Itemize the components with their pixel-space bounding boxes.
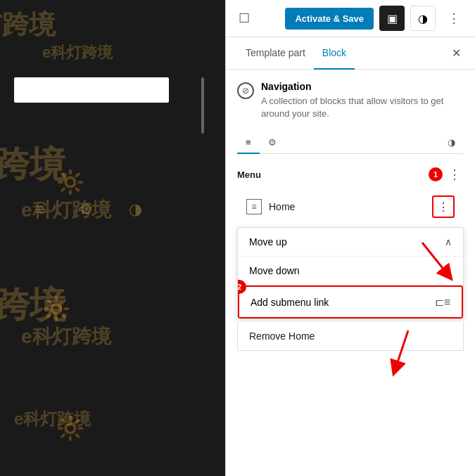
right-panel: ☐ Activate & Save ▣ ◑ ⋮ Template part Bl…: [225, 0, 475, 476]
add-submenu-icon: ⊏≡: [435, 295, 450, 309]
sub-tab-contrast[interactable]: ◑: [439, 131, 464, 153]
home-three-dots-button[interactable]: ⋮: [432, 195, 455, 218]
gear-icon: ⚙: [80, 200, 94, 219]
tab-close-button[interactable]: ✕: [449, 44, 464, 63]
home-doc-icon: ≡: [246, 199, 262, 214]
remove-home-label: Remove Home: [249, 330, 315, 342]
move-up-item[interactable]: Move up ∧: [238, 228, 463, 257]
home-label: Home: [269, 201, 295, 212]
watermark-6: e科灯跨境: [21, 323, 111, 350]
list-icon: ≡: [246, 137, 251, 148]
toolbar-dots-button[interactable]: ⋮: [441, 6, 467, 31]
move-down-label: Move down: [249, 265, 300, 276]
menu-section: Menu 1 ⋮ ≡ Home ⋮ Move up: [237, 165, 464, 351]
left-panel: T跨境 e科灯跨境 跨境 e科灯跨境 跨境 e科灯跨境 e科灯跨境 🔆 🔆 🔆 …: [0, 0, 225, 476]
watermark-logo-1: 🔆: [56, 169, 84, 195]
activate-save-button[interactable]: Activate & Save: [285, 8, 374, 30]
add-submenu-item[interactable]: Add submenu link ⊏≡ 2: [238, 285, 463, 319]
monitor-icon: ☐: [234, 8, 254, 28]
navigation-title: Navigation: [261, 81, 464, 92]
watermark-logo-3: 🔆: [56, 415, 84, 442]
sub-tab-list[interactable]: ≡: [237, 131, 260, 153]
toolbar: ☐ Activate & Save ▣ ◑ ⋮: [226, 0, 475, 37]
sub-tab-gear[interactable]: ⚙: [260, 131, 285, 153]
contrast-icon-btn: ◑: [418, 12, 428, 25]
scroll-bar: [201, 77, 204, 134]
tab-template-part[interactable]: Template part: [237, 37, 314, 70]
add-submenu-label: Add submenu link: [251, 297, 329, 308]
hamburger-icon: ≡: [35, 200, 44, 219]
tab-block[interactable]: Block: [314, 37, 355, 70]
menu-title: Menu: [237, 169, 261, 180]
watermark-logo-2: 🔆: [42, 295, 70, 322]
menu-dots-button[interactable]: ⋮: [445, 165, 464, 184]
home-left: ≡ Home: [246, 199, 295, 214]
navigation-description: A collection of blocks that allow visito…: [261, 95, 464, 120]
annotation-badge-1: 1: [429, 167, 443, 181]
move-down-item[interactable]: Move down ∨: [238, 257, 463, 285]
left-input-bar: [14, 77, 169, 103]
navigation-text: Navigation A collection of blocks that a…: [261, 81, 464, 120]
toolbar-dots-icon: ⋮: [448, 11, 460, 26]
dropdown-menu: Move up ∧ Move down ∨ Add submenu link ⊏…: [237, 227, 464, 319]
contrast-button[interactable]: ◑: [410, 6, 436, 31]
annotation-badge-2: 2: [237, 280, 246, 294]
icons-row: ≡ ⚙ ◑: [35, 200, 142, 219]
move-up-icon: ∧: [445, 236, 452, 247]
move-down-icon: ∨: [445, 265, 452, 276]
block-icon-button[interactable]: ▣: [379, 6, 405, 31]
sub-gear-icon: ⚙: [268, 137, 277, 148]
navigation-icon: ⊘: [237, 82, 254, 99]
home-row: ≡ Home ⋮: [237, 189, 464, 224]
move-up-label: Move up: [249, 236, 287, 247]
sub-tabs: ≡ ⚙ ◑: [237, 131, 464, 154]
block-icon: ▣: [387, 12, 398, 25]
remove-home-item[interactable]: Remove Home: [237, 322, 464, 351]
sub-contrast-icon: ◑: [448, 137, 455, 148]
watermark-2: e科灯跨境: [42, 42, 113, 63]
contrast-icon: ◑: [129, 200, 142, 219]
tab-bar: Template part Block ✕: [226, 37, 475, 70]
menu-header: Menu 1 ⋮: [237, 165, 464, 184]
block-content: ⊘ Navigation A collection of blocks that…: [226, 70, 475, 476]
watermark-1: T跨境: [0, 7, 56, 43]
navigation-section: ⊘ Navigation A collection of blocks that…: [237, 81, 464, 120]
